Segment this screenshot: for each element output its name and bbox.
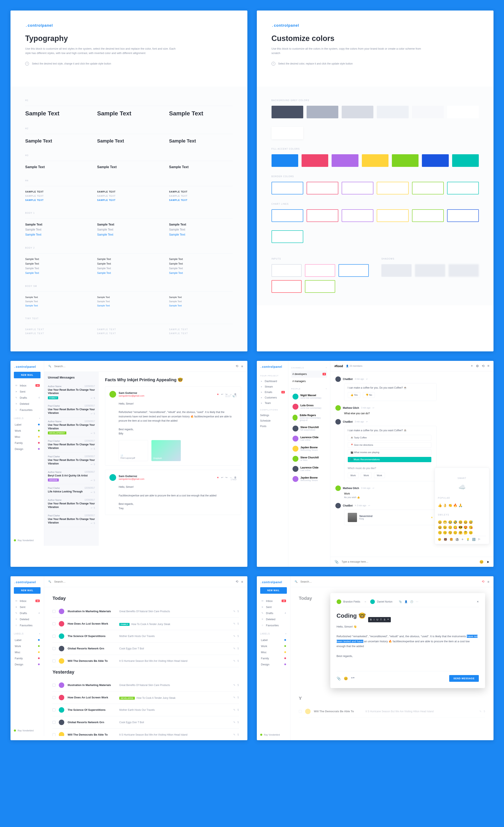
bot-option[interactable]: 📍 Give me directions <box>348 442 431 448</box>
person-item[interactable]: Laurence ClideLast online <box>291 464 327 474</box>
color-swatch[interactable] <box>377 106 408 118</box>
mail-row[interactable]: How Does An Lcd Screen WorkFAMILYHow To … <box>53 618 239 630</box>
message-item[interactable]: Paul ClarkeUse Your Reset Button To Chan… <box>48 402 95 418</box>
person-item[interactable]: Steve Churchillur hires <box>291 454 327 464</box>
color-swatch[interactable] <box>447 182 479 194</box>
color-swatch[interactable] <box>412 106 444 118</box>
color-swatch[interactable] <box>342 106 373 118</box>
star-icon[interactable]: ★ <box>217 393 219 396</box>
label-item[interactable]: Misc <box>260 649 287 655</box>
sidebar-item[interactable]: ✕Deleted <box>14 401 41 407</box>
color-swatch[interactable] <box>377 209 408 222</box>
star-icon[interactable]: ★ <box>217 476 219 479</box>
mail-row[interactable]: The Science Of SuperstitionsMother Earth… <box>53 630 239 642</box>
message-item[interactable]: Paul ClarkeUse Your Reset Button To Chan… <box>48 437 95 453</box>
color-swatch[interactable] <box>342 209 373 222</box>
color-swatch[interactable] <box>272 182 303 194</box>
message-item[interactable]: Paul ClarkeLife Advice Looking Through12… <box>48 484 95 496</box>
add-icon[interactable]: + <box>39 417 41 420</box>
mail-row[interactable]: How Does An Lcd Screen WorkDEVELOPEDHow … <box>53 691 239 704</box>
close-icon[interactable]: ✕ <box>477 600 479 603</box>
sidebar-item[interactable]: ➤Sent <box>14 389 41 395</box>
color-swatch[interactable] <box>377 182 408 194</box>
color-swatch[interactable] <box>272 154 298 167</box>
emoji-popover[interactable]: Smart ☁️ POPULAR 👍 👌 👏 🔥 🙏 SMILEYS 😀 😁 😂… <box>435 468 489 544</box>
color-swatch[interactable] <box>306 209 338 222</box>
checkbox[interactable] <box>53 610 55 613</box>
checkbox[interactable] <box>53 635 55 638</box>
channel-item[interactable]: # managers <box>291 378 327 385</box>
color-swatch[interactable] <box>452 154 479 167</box>
color-swatch[interactable] <box>306 182 338 194</box>
send-button[interactable]: SEND MESSAGE <box>449 675 479 682</box>
checkbox[interactable] <box>53 622 55 625</box>
color-swatch[interactable] <box>272 106 303 118</box>
menu-icon[interactable]: ≡ <box>241 364 243 368</box>
sidebar-item[interactable]: ✎Drafts4 <box>14 395 41 401</box>
refresh-icon[interactable]: ⟲ <box>482 364 485 368</box>
search-input[interactable] <box>54 364 233 368</box>
color-swatch[interactable] <box>412 182 444 194</box>
sidebar-item[interactable]: ✉Inbox16 <box>14 598 41 604</box>
label-item[interactable]: Label <box>260 637 287 643</box>
sidebar-item[interactable]: ✉Inbox16 <box>260 598 287 604</box>
checkbox[interactable] <box>53 660 55 663</box>
label-item[interactable]: Work <box>14 643 41 649</box>
color-swatch[interactable] <box>306 106 338 118</box>
add-icon[interactable]: + <box>471 364 473 368</box>
mail-row[interactable]: Illustration In Marketing MaterialsGreat… <box>53 605 239 618</box>
checkbox[interactable] <box>53 696 55 699</box>
label-item[interactable]: Family <box>260 655 287 662</box>
emoji-icon[interactable]: 😊 <box>480 560 484 564</box>
message-item[interactable]: Author NameUse Your Reset Button To Chan… <box>48 418 95 437</box>
new-mail-button[interactable]: NEW MAIL <box>14 587 41 594</box>
label-item[interactable]: Work <box>260 643 287 649</box>
attachment[interactable]: Unsplash <box>152 440 181 461</box>
sidebar-item[interactable]: ✉Inbox16 <box>14 383 41 389</box>
checkbox[interactable] <box>53 733 55 736</box>
channel-item[interactable]: # developers3 <box>291 371 327 378</box>
project-item[interactable]: ▸Dashboard <box>260 379 285 384</box>
color-swatch[interactable] <box>332 154 358 167</box>
message-input[interactable] <box>342 560 477 563</box>
color-swatch[interactable] <box>412 209 444 222</box>
search-input[interactable] <box>54 580 233 583</box>
color-swatch[interactable] <box>301 154 328 167</box>
color-swatch[interactable] <box>392 154 418 167</box>
label-item[interactable]: Work <box>14 428 41 434</box>
mail-row[interactable]: Global Resorts Network GrnCook Eggs Don … <box>53 642 239 655</box>
contact-icon[interactable]: 👤 <box>404 600 408 603</box>
mail-row[interactable]: Will The Democrats Be Able ToIt S Hurric… <box>53 729 239 736</box>
send-icon[interactable]: ➤ <box>487 560 489 564</box>
person-item[interactable]: Jayden BooneWelcoming Tenure <box>291 444 327 454</box>
message-item[interactable]: Author NameBeryl Cook S Art Quirky Uk Ar… <box>48 468 95 484</box>
label-item[interactable]: Family <box>14 655 41 662</box>
mail-row[interactable]: Illustration In Marketing MaterialsGreat… <box>53 679 239 691</box>
checkbox[interactable] <box>53 647 55 650</box>
project-item[interactable]: ▸Emails2 <box>260 389 285 395</box>
attach-icon[interactable]: 📎 <box>399 600 402 603</box>
label-item[interactable]: Misc <box>14 649 41 655</box>
yes-button[interactable]: 👍 Yes <box>348 392 360 398</box>
person-item[interactable]: Eddie Rogerssome low commentary group-id <box>291 412 327 424</box>
label-item[interactable]: Design <box>14 446 41 452</box>
person-item[interactable]: Jayden BooneWelcoming Tenure <box>291 474 327 484</box>
add-icon[interactable]: + <box>326 367 327 369</box>
project-item[interactable]: ▸Team <box>260 400 285 406</box>
bot-option[interactable]: 🎬 What movies are playing <box>348 449 431 455</box>
reply-icon[interactable]: ↩ <box>221 393 223 396</box>
sidebar-item[interactable]: ✎Drafts4 <box>260 610 287 616</box>
color-swatch[interactable] <box>272 209 303 222</box>
message-item[interactable]: Author NameUse Your Reset Button To Chan… <box>48 496 95 512</box>
sidebar-item[interactable]: ➤Sent <box>260 604 287 610</box>
color-swatch[interactable] <box>342 182 373 194</box>
quote-icon[interactable]: ❝❞ <box>351 677 355 681</box>
message-item[interactable]: Author NameUse Your Reset Button To Chan… <box>48 383 95 402</box>
checkbox[interactable] <box>53 709 55 712</box>
message-item[interactable]: Paul ClarkeUse Your Reset Button To Chan… <box>48 512 95 527</box>
label-item[interactable]: Design <box>260 662 287 668</box>
label-item[interactable]: Family <box>14 440 41 446</box>
checkbox[interactable] <box>53 684 55 687</box>
attachment[interactable]: 📄First Layout.pdf <box>119 440 148 461</box>
label-item[interactable]: Label <box>14 637 41 643</box>
